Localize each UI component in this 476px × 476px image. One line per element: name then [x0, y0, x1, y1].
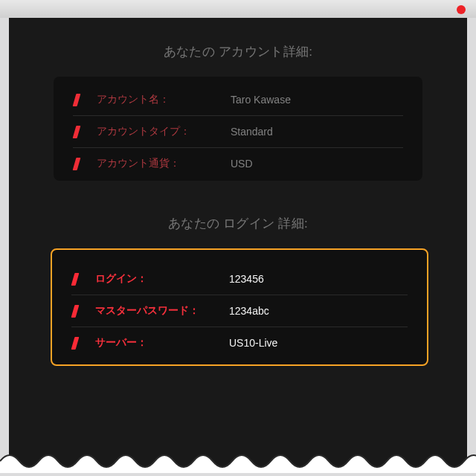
account-currency-value: USD	[231, 158, 253, 170]
close-icon[interactable]	[457, 5, 466, 14]
account-row: アカウント名： Taro Kawase	[73, 84, 403, 116]
account-row: アカウント通貨： USD	[73, 148, 403, 179]
edit-icon[interactable]	[73, 126, 81, 138]
edit-icon[interactable]	[73, 158, 81, 170]
account-type-label: アカウントタイプ：	[97, 125, 231, 138]
account-currency-label: アカウント通貨：	[97, 157, 231, 170]
login-id-label: ログイン：	[95, 272, 229, 286]
edit-icon[interactable]	[71, 337, 80, 350]
login-row: ログイン： 123456	[71, 263, 408, 295]
account-details-panel: アカウント名： Taro Kawase アカウントタイプ： Standard ア…	[54, 77, 422, 181]
torn-edge-decoration	[0, 448, 476, 473]
content-area: あなたの アカウント詳細: アカウント名： Taro Kawase アカウントタ…	[9, 18, 467, 467]
edit-icon[interactable]	[73, 94, 81, 106]
server-value: US10-Live	[229, 337, 277, 349]
login-id-value: 123456	[229, 273, 264, 285]
edit-icon[interactable]	[71, 273, 80, 286]
master-password-value: 1234abc	[229, 305, 269, 317]
account-name-label: アカウント名：	[97, 93, 231, 106]
server-label: サーバー：	[95, 336, 229, 350]
account-row: アカウントタイプ： Standard	[73, 116, 403, 148]
login-row: サーバー： US10-Live	[71, 327, 408, 358]
account-name-value: Taro Kawase	[231, 94, 291, 106]
login-details-panel: ログイン： 123456 マスターパスワード： 1234abc サーバー： US…	[51, 248, 428, 366]
master-password-label: マスターパスワード：	[95, 304, 229, 318]
account-section-title: あなたの アカウント詳細:	[9, 18, 467, 77]
window-titlebar	[0, 0, 476, 18]
edit-icon[interactable]	[71, 305, 80, 318]
login-section-title: あなたの ログイン 詳細:	[9, 190, 467, 248]
account-type-value: Standard	[231, 126, 273, 138]
login-row: マスターパスワード： 1234abc	[71, 295, 408, 327]
